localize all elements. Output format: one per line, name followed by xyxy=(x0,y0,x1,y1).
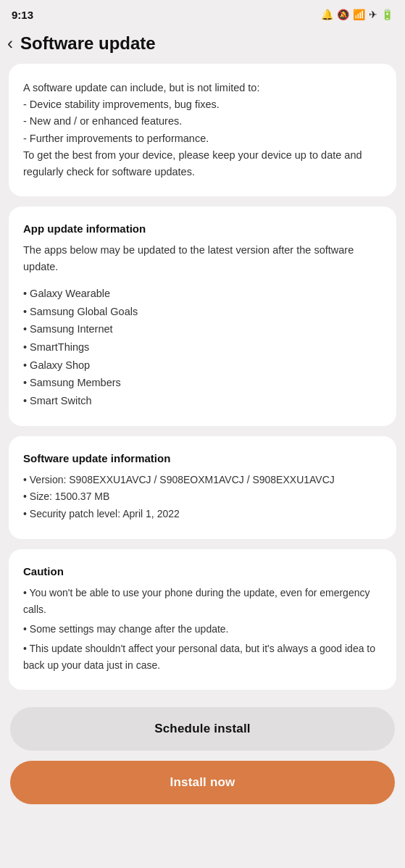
list-item: • Samsung Members xyxy=(23,374,382,392)
caution-list: • You won't be able to use your phone du… xyxy=(23,585,382,674)
list-item: • Samsung Internet xyxy=(23,320,382,338)
list-item: • Version: S908EXXU1AVCJ / S908EOXM1AVCJ… xyxy=(23,472,382,489)
list-item: • This update shouldn't affect your pers… xyxy=(23,640,382,674)
caution-title: Caution xyxy=(23,565,382,577)
app-list: • Galaxy Wearable • Samsung Global Goals… xyxy=(23,285,382,409)
software-info-card: Software update information • Version: S… xyxy=(9,436,396,539)
app-update-title: App update information xyxy=(23,222,382,235)
schedule-install-button[interactable]: Schedule install xyxy=(10,707,395,751)
list-item: • Some settings may change after the upd… xyxy=(23,621,382,638)
list-item: • Galaxy Shop xyxy=(23,356,382,375)
status-bar: 9:13 🔔 🔕 📶 ✈ 🔋 xyxy=(0,0,405,26)
back-button[interactable]: ‹ xyxy=(7,35,13,52)
list-item: • Smart Switch xyxy=(23,392,382,410)
alarm-icon: 🔔 xyxy=(321,9,333,20)
caution-card: Caution • You won't be able to use your … xyxy=(9,549,396,690)
list-item: • Security patch level: April 1, 2022 xyxy=(23,506,382,523)
list-item: • SmartThings xyxy=(23,338,382,356)
header: ‹ Software update xyxy=(0,26,405,64)
buttons-area: Schedule install Install now xyxy=(0,700,405,819)
list-item: • Size: 1500.37 MB xyxy=(23,488,382,506)
install-now-button[interactable]: Install now xyxy=(10,761,395,804)
app-update-card: App update information The apps below ma… xyxy=(9,206,396,425)
status-icons: 🔔 🔕 📶 ✈ 🔋 xyxy=(321,9,393,20)
software-info-title: Software update information xyxy=(23,452,382,464)
list-item: • Galaxy Wearable xyxy=(23,285,382,303)
list-item: • You won't be able to use your phone du… xyxy=(23,585,382,618)
wifi-icon: 📶 xyxy=(353,9,365,20)
software-info-list: • Version: S908EXXU1AVCJ / S908EOXM1AVCJ… xyxy=(23,472,382,523)
status-time: 9:13 xyxy=(12,9,33,21)
app-update-description: The apps below may be updated to the lat… xyxy=(23,242,382,275)
intro-text: A software update can include, but is no… xyxy=(23,80,382,180)
intro-card: A software update can include, but is no… xyxy=(9,64,396,196)
list-item: • Samsung Global Goals xyxy=(23,303,382,321)
mute-icon: 🔕 xyxy=(337,9,349,20)
battery-icon: 🔋 xyxy=(381,9,393,20)
page-title: Software update xyxy=(20,33,156,54)
airplane-icon: ✈ xyxy=(369,9,377,20)
